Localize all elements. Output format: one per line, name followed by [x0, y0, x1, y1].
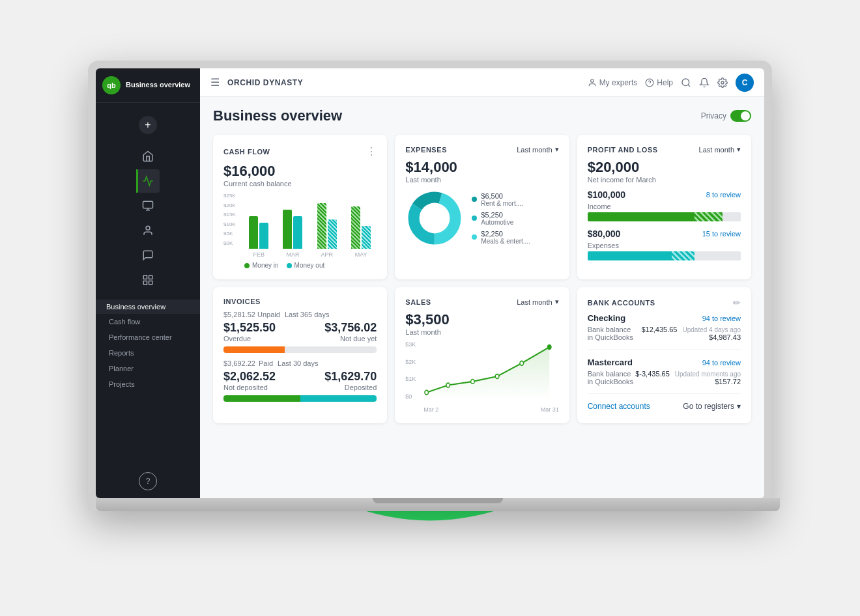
bank-accounts-header: BANK ACCOUNTS ✏ — [588, 298, 741, 308]
go-to-registers-button[interactable]: Go to registers ▾ — [683, 402, 741, 411]
settings-button[interactable] — [717, 77, 728, 88]
sales-y-1k: $1K — [405, 376, 416, 382]
bar-may-label: MAY — [355, 251, 367, 258]
invoices-paid-bar — [223, 395, 377, 402]
sidebar-item-projects[interactable]: Projects — [96, 376, 200, 392]
invoices-notdeposited-bar — [223, 395, 300, 402]
sidebar-chart-icon[interactable] — [136, 169, 160, 193]
cash-flow-menu-icon[interactable]: ⋮ — [366, 145, 377, 158]
svg-rect-6 — [143, 281, 147, 285]
chart-y-axis: $25K $20K $15K $10K $5K $0K — [223, 193, 236, 246]
go-to-registers-label: Go to registers — [683, 402, 734, 411]
mastercard-account: Mastercard 94 to review Bank balance in … — [588, 357, 741, 394]
sales-header: SALES Last month ▾ — [405, 298, 558, 306]
legend-out-label: Money out — [294, 262, 325, 269]
sales-card: SALES Last month ▾ $3,500 Last month — [395, 287, 569, 423]
invoices-notdeposited-label: Not deposited — [223, 384, 276, 391]
expenses-title: EXPENSES — [405, 146, 447, 154]
expenses-subtitle: Last month — [405, 176, 558, 184]
legend-in-dot — [244, 263, 250, 268]
mastercard-review[interactable]: 94 to review — [702, 359, 741, 367]
income-progress-stripe — [695, 212, 722, 221]
sidebar-item-business-overview[interactable]: Business overview — [96, 300, 200, 314]
checking-details: Bank balance in QuickBooks $12,435.65 Up… — [588, 326, 741, 341]
sales-x-end: Mar 31 — [541, 406, 559, 413]
expense-item-3: $2,250 Meals & entert.... — [472, 230, 530, 245]
svg-rect-7 — [149, 281, 152, 285]
expense-label-1: Rent & mort.... — [481, 200, 523, 207]
expenses-chevron-icon: ▾ — [555, 145, 559, 154]
expense-progress-bg — [695, 251, 741, 260]
privacy-switch[interactable] — [730, 110, 751, 122]
mastercard-bank-balance: Bank balance in QuickBooks — [588, 370, 633, 385]
invoices-paid-amounts-row: $2,062.52 Not deposited $1,629.70 Deposi… — [223, 370, 377, 391]
notifications-button[interactable] — [699, 77, 710, 88]
invoices-deposited-col: $1,629.70 Deposited — [324, 370, 377, 391]
sales-period-dropdown[interactable]: Last month ▾ — [517, 298, 558, 306]
svg-line-12 — [688, 85, 690, 87]
mastercard-qb-label: in QuickBooks — [588, 378, 633, 385]
invoices-unpaid-bar — [223, 346, 377, 353]
expenses-donut-chart — [405, 189, 464, 247]
profit-loss-amount: $20,000 — [588, 159, 741, 176]
sidebar-item-planner[interactable]: Planner — [96, 361, 200, 376]
profit-loss-period-dropdown[interactable]: Last month ▾ — [699, 145, 741, 154]
invoices-overdue-col: $1,525.50 Overdue — [223, 321, 276, 343]
income-amount: $100,000 — [588, 189, 625, 200]
checking-bank-balance: Bank balance in QuickBooks — [588, 326, 633, 341]
profit-loss-chevron-icon: ▾ — [737, 145, 741, 154]
expenses-donut-container: $6,500 Rent & mort.... $5,250 Aut — [405, 189, 558, 247]
bar-apr-out — [328, 219, 337, 249]
sidebar-item-performance-center[interactable]: Performance center — [96, 329, 200, 345]
legend-money-in: Money in — [244, 262, 279, 269]
add-nav-button[interactable]: + — [139, 116, 157, 134]
topbar-company-name: ORCHID DYNASTY — [227, 78, 303, 87]
expense-dot-1 — [472, 197, 477, 202]
expenses-card: EXPENSES Last month ▾ $14,000 Last month — [395, 135, 569, 279]
user-avatar[interactable]: C — [736, 74, 754, 92]
expense-review-label[interactable]: 15 to review — [702, 230, 741, 238]
help-button[interactable]: Help — [645, 78, 673, 87]
invoices-paid-label: Paid — [259, 359, 273, 367]
svg-rect-4 — [143, 275, 147, 279]
checking-account: Checking 94 to review Bank balance in Qu… — [588, 313, 741, 350]
sales-period-label: Last month — [517, 298, 552, 306]
sidebar-building-icon[interactable] — [136, 194, 160, 217]
sidebar-bottom: ? — [96, 464, 200, 498]
sidebar-item-reports[interactable]: Reports — [96, 345, 200, 361]
mastercard-updated: Updated moments ago — [675, 371, 741, 378]
sidebar-chat-icon[interactable] — [136, 244, 160, 267]
expense-label-3: Meals & entert.... — [481, 238, 530, 245]
invoices-notdeposited-col: $2,062.52 Not deposited — [223, 370, 276, 391]
sidebar-company-title: Business overview — [126, 81, 190, 89]
search-button[interactable] — [681, 77, 691, 88]
experts-icon — [588, 78, 597, 87]
bank-edit-icon[interactable]: ✏ — [733, 298, 741, 308]
invoices-header: INVOICES — [223, 298, 377, 305]
sales-line-chart — [423, 341, 558, 400]
toggle-dot — [741, 111, 750, 120]
topbar-menu-icon[interactable]: ☰ — [210, 76, 220, 89]
expenses-card-header: EXPENSES Last month ▾ — [405, 145, 558, 154]
income-review-label[interactable]: 8 to review — [706, 191, 741, 199]
gear-icon — [717, 77, 728, 88]
connect-accounts-link[interactable]: Connect accounts — [588, 402, 650, 411]
my-experts-button[interactable]: My experts — [588, 78, 638, 87]
page-content: Business overview Privacy — [200, 97, 764, 498]
bell-icon — [699, 77, 710, 88]
mastercard-name-row: Mastercard 94 to review — [588, 357, 741, 367]
sidebar-item-cash-flow[interactable]: Cash flow — [96, 314, 200, 329]
privacy-toggle[interactable]: Privacy — [701, 110, 751, 122]
invoices-deposited-amount: $1,629.70 — [324, 370, 377, 384]
checking-review[interactable]: 94 to review — [702, 315, 741, 322]
expenses-period-dropdown[interactable]: Last month ▾ — [517, 145, 558, 154]
sidebar-contact-icon[interactable] — [136, 219, 160, 242]
invoices-unpaid-period: Last 365 days — [285, 311, 330, 318]
registers-chevron-icon: ▾ — [737, 402, 741, 411]
expense-amount-pl: $80,000 — [588, 229, 621, 239]
bar-mar-in — [283, 210, 292, 249]
svg-point-17 — [420, 203, 450, 234]
sidebar-home-icon[interactable] — [136, 145, 160, 168]
sidebar-help-button[interactable]: ? — [139, 472, 157, 490]
sidebar-grid-icon[interactable] — [136, 268, 160, 292]
